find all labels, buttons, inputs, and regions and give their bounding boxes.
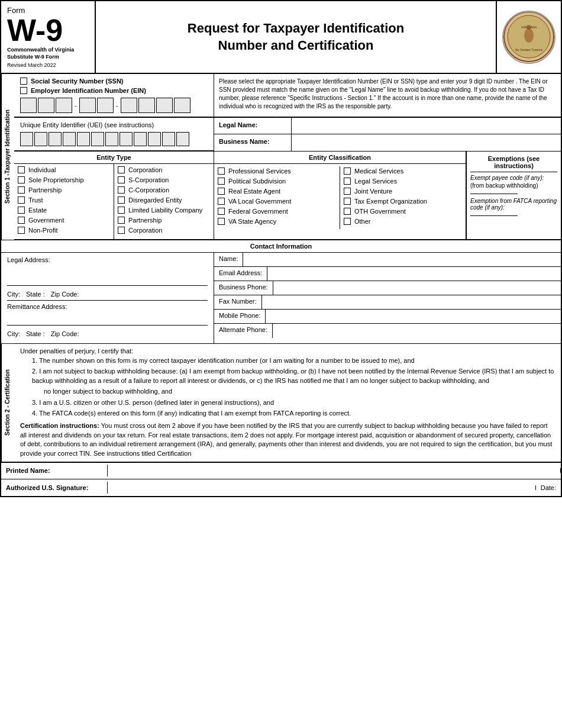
government-label: Government [28,217,64,224]
entity-class-col-2: Medical Services Legal Services Joint Ve… [340,166,466,229]
tin-box-3[interactable] [56,98,72,113]
legal-name-field[interactable] [291,118,561,134]
trust-checkbox[interactable] [18,197,25,204]
city-row-1: City: State : Zip Code: [7,288,208,301]
header-seal: VIRGINIA Sic Semper Tyrannis [496,1,561,73]
trust-label: Trust [28,197,43,204]
tax-exempt-checkbox[interactable] [344,198,351,205]
class-va-local: VA Local Government [218,198,336,205]
entity-item-trust: Trust [18,197,110,204]
political-label: Political Subdivision [228,178,286,185]
tin-box-7[interactable] [138,98,155,113]
uei-box-6[interactable] [91,132,104,146]
printed-name-field[interactable] [108,468,561,473]
joint-label: Joint Venture [354,188,392,195]
tin-box-5[interactable] [97,98,114,113]
nonprofit-checkbox[interactable] [18,227,25,234]
email-field[interactable] [267,267,561,281]
oth-govt-label: OTH Government [354,208,406,215]
other-checkbox[interactable] [344,218,351,225]
legal-checkbox[interactable] [344,178,351,185]
uei-box-4[interactable] [63,132,76,146]
cert-item-2-cont: no longer subject to backup withholding,… [44,387,555,396]
uei-box-9[interactable] [134,132,147,146]
sole-checkbox[interactable] [18,176,25,183]
business-name-field[interactable] [291,134,561,151]
real-estate-checkbox[interactable] [218,188,225,195]
section2-label: Section 2 - Certification [1,344,14,462]
ein-checkbox[interactable] [20,87,27,94]
ccorp-checkbox[interactable] [118,186,125,194]
entity-item-partnership2: Partnership [118,217,210,224]
scorp-label: S-Corporation [128,176,169,183]
name-label: Name: [214,253,243,266]
oth-govt-checkbox[interactable] [344,208,351,215]
uei-box-8[interactable] [119,132,133,146]
llc-checkbox[interactable] [118,207,125,214]
entity-type-section: Entity Type Individual Sole Proprietorsh… [14,152,214,239]
estate-checkbox[interactable] [18,207,25,214]
alternate-label: Alternate Phone: [214,324,272,338]
tin-box-1[interactable] [20,98,37,113]
tin-box-4[interactable] [79,98,96,113]
cert-items: 1. The number shown on this form is my c… [32,356,555,418]
tin-box-8[interactable] [156,98,173,113]
phone-field[interactable] [273,281,561,295]
fax-field[interactable] [261,295,561,309]
remittance-field[interactable] [7,311,208,326]
federal-checkbox[interactable] [218,208,225,215]
political-checkbox[interactable] [218,178,225,185]
government-checkbox[interactable] [18,217,25,224]
corporation2-checkbox[interactable] [118,227,125,234]
uei-box-7[interactable] [105,132,118,146]
name-field[interactable] [243,253,561,266]
prof-services-checkbox[interactable] [218,167,225,175]
prof-services-label: Professional Services [228,167,291,175]
entity-item-government: Government [18,217,110,224]
corporation-checkbox[interactable] [118,166,125,173]
signature-field[interactable] [108,485,536,490]
tin-box-2[interactable] [38,98,54,113]
real-estate-label: Real Estate Agent [228,188,280,195]
tin-box-9[interactable] [174,98,190,113]
cert-instructions-text: You must cross out item 2 above if you h… [20,422,552,456]
entity-class-header: Entity Classification [214,152,466,164]
uei-box-10[interactable] [148,132,161,146]
entity-item-nonprofit: Non-Profit [18,227,110,234]
uei-box-1[interactable] [20,132,33,146]
uei-box-5[interactable] [77,132,90,146]
class-joint: Joint Venture [344,188,462,195]
tax-exempt-label: Tax Exempt Organization [354,198,427,205]
contact-fields: Name: Email Address: Business Phone: Fax… [214,253,561,343]
medical-checkbox[interactable] [344,167,351,175]
uei-box-11[interactable] [162,132,175,146]
individual-checkbox[interactable] [18,166,25,173]
partnership-checkbox[interactable] [18,186,25,194]
authorized-label: Authorized U.S. Signature: [1,482,108,494]
class-va-state: VA State Agency [218,218,336,225]
city2-label: City: [7,330,20,337]
scorp-checkbox[interactable] [118,176,125,183]
tin-box-6[interactable] [121,98,137,113]
entity-item-scorp: S-Corporation [118,176,210,183]
partnership2-label: Partnership [128,217,162,224]
class-other: Other [344,218,462,225]
corporation-label: Corporation [128,166,162,173]
va-local-checkbox[interactable] [218,198,225,205]
partnership2-checkbox[interactable] [118,217,125,224]
class-federal: Federal Government [218,208,336,215]
cert-item-2: 2. I am not subject to backup withholdin… [32,367,555,385]
cert-item-1: 1. The number shown on this form is my c… [32,356,555,365]
disregarded-checkbox[interactable] [118,197,125,204]
cert-instructions-bold: Certification instructions: [20,422,99,429]
mobile-field[interactable] [265,310,561,323]
uei-box-12[interactable] [176,132,189,146]
ssn-checkbox[interactable] [20,78,27,85]
nonprofit-label: Non-Profit [28,227,58,234]
uei-box-3[interactable] [49,132,62,146]
va-state-checkbox[interactable] [218,218,225,225]
uei-box-2[interactable] [34,132,47,146]
joint-checkbox[interactable] [344,188,351,195]
legal-address-field[interactable] [7,265,208,286]
alternate-field[interactable] [272,324,561,338]
